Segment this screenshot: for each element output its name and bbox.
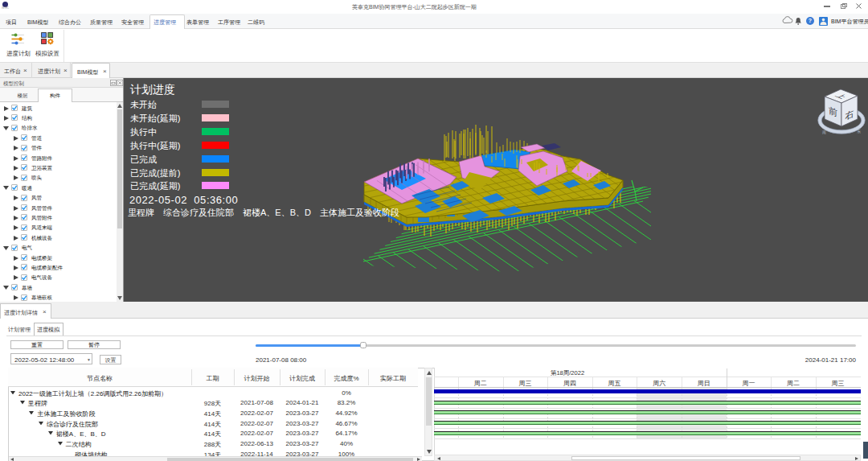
svg-text:东: 东	[857, 129, 861, 134]
svg-text:南: 南	[822, 130, 826, 134]
